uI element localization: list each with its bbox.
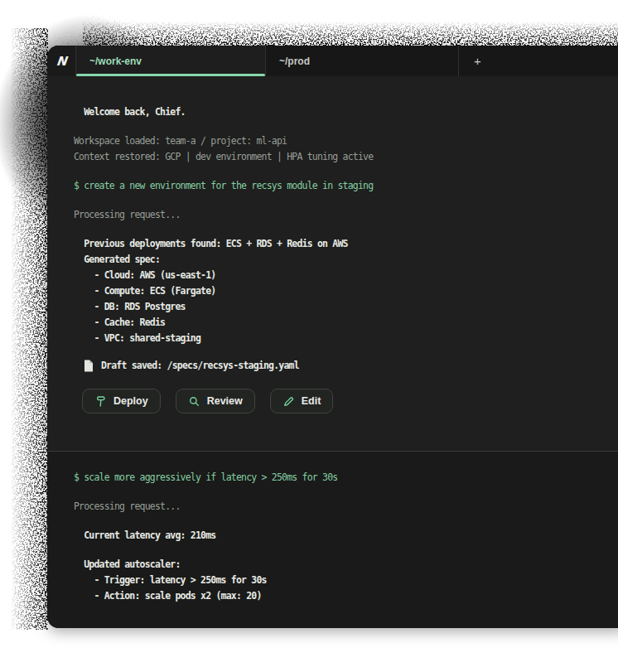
terminal-line: Processing request... xyxy=(74,207,603,223)
tab-prod-label: ~/prod xyxy=(279,56,310,67)
terminal-line: Updated autoscaler: xyxy=(74,557,603,573)
terminal-line: - DB: RDS Postgres xyxy=(74,299,603,315)
terminal-line: Generated spec: xyxy=(74,252,603,268)
terminal-line: - Compute: ECS (Fargate) xyxy=(74,283,603,299)
review-button[interactable]: Review xyxy=(176,389,255,413)
deploy-button[interactable]: Deploy xyxy=(82,389,161,413)
terminal-line: Current latency avg: 210ms xyxy=(74,528,603,544)
draft-saved-label: Draft saved: /specs/recsys-staging.yaml xyxy=(101,358,299,374)
draft-saved-row: Draft saved: /specs/recsys-staging.yaml xyxy=(84,358,603,374)
new-tab-button[interactable]: + xyxy=(459,46,618,76)
terminal-window: N ~/work-env ~/prod + Welcome back, Chie… xyxy=(47,46,618,628)
terminal-line: Processing request... xyxy=(74,499,603,515)
app-logo-glyph: N xyxy=(56,54,67,69)
tab-prod[interactable]: ~/prod xyxy=(266,46,459,76)
session-block-2: $ scale more aggressively if latency > 2… xyxy=(47,452,618,628)
terminal-line: Welcome back, Chief. xyxy=(74,104,603,120)
action-buttons-row: Deploy Review Edit xyxy=(82,389,603,413)
tab-bar: N ~/work-env ~/prod + xyxy=(47,46,618,76)
terminal-line: - VPC: shared-staging xyxy=(74,331,603,346)
hammer-icon xyxy=(94,395,107,408)
terminal-line: Context restored: GCP | dev environment … xyxy=(74,149,603,165)
file-document-icon xyxy=(84,360,94,372)
plus-icon: + xyxy=(474,54,481,68)
terminal-command-line: $ create a new environment for the recsy… xyxy=(74,178,603,194)
terminal-command-line: $ scale more aggressively if latency > 2… xyxy=(74,470,603,486)
terminal-line: - Trigger: latency > 250ms for 30s xyxy=(74,573,603,588)
terminal-line: - Cloud: AWS (us-east-1) xyxy=(74,268,603,283)
edit-button[interactable]: Edit xyxy=(270,389,334,413)
terminal-line: - Action: scale pods x2 (max: 20) xyxy=(74,588,603,604)
edit-button-label: Edit xyxy=(302,395,321,407)
terminal-line: - Cache: Redis xyxy=(74,315,603,331)
review-button-label: Review xyxy=(207,395,243,407)
pencil-icon xyxy=(282,395,295,408)
terminal-line: Workspace loaded: team-a / project: ml-a… xyxy=(74,133,603,149)
deploy-button-label: Deploy xyxy=(113,395,148,407)
app-logo-icon: N xyxy=(47,46,76,76)
session-block-1: Welcome back, Chief. Workspace loaded: t… xyxy=(47,76,618,452)
magnifier-icon xyxy=(188,395,200,408)
tab-work-env-label: ~/work-env xyxy=(89,56,142,67)
tab-work-env[interactable]: ~/work-env xyxy=(76,46,266,76)
terminal-line: Previous deployments found: ECS + RDS + … xyxy=(74,236,603,252)
